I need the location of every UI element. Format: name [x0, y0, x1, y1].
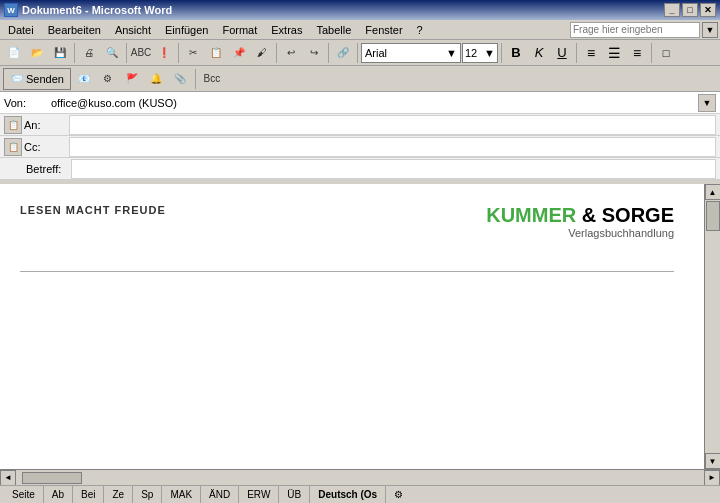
status-erw: ERW	[239, 486, 279, 503]
format-painter[interactable]: 🖌	[251, 42, 273, 64]
status-language[interactable]: Deutsch (Os	[310, 486, 386, 503]
window-title: Dokument6 - Microsoft Word	[22, 4, 172, 16]
sep8	[576, 43, 577, 63]
size-value: 12	[465, 47, 477, 59]
cc-row: 📋 Cc:	[0, 136, 720, 158]
undo-button[interactable]: ↩	[280, 42, 302, 64]
menu-bearbeiten[interactable]: Bearbeiten	[42, 23, 107, 37]
sep7	[501, 43, 502, 63]
main-toolbar: 📄 📂 💾 🖨 🔍 ABC ❗ ✂ 📋 📌 🖌 ↩ ↪ 🔗 Arial ▼	[0, 40, 720, 66]
window-controls: _ □ ✕	[664, 3, 716, 17]
menu-einfuegen[interactable]: Einfügen	[159, 23, 214, 37]
document-wrapper: LESEN MACHT FREUDE KUMMER & SORGE Verlag…	[0, 182, 720, 469]
status-aend: ÄND	[201, 486, 239, 503]
von-row: Von: office@kuso.com (KUSO) ▼	[0, 92, 720, 114]
bcc-label: Bcc	[204, 73, 221, 84]
horizontal-scrollbar: ◄ ►	[0, 469, 720, 485]
preview-button[interactable]: 🔍	[101, 42, 123, 64]
menu-format[interactable]: Format	[216, 23, 263, 37]
scroll-right-button[interactable]: ►	[704, 470, 720, 486]
size-selector[interactable]: 12 ▼	[462, 43, 498, 63]
menu-help[interactable]: ?	[411, 23, 429, 37]
status-bar: Seite Ab Bei Ze Sp MAK ÄND ERW	[0, 485, 720, 503]
cc-label: Cc:	[24, 141, 69, 153]
scroll-down-button[interactable]: ▼	[705, 453, 721, 469]
copy-button[interactable]: 📋	[205, 42, 227, 64]
letterhead-divider	[20, 271, 674, 272]
search-input[interactable]	[570, 22, 700, 38]
scroll-up-button[interactable]: ▲	[705, 184, 721, 200]
sep9	[651, 43, 652, 63]
sep6	[357, 43, 358, 63]
an-input[interactable]	[69, 115, 716, 135]
hyperlink-button[interactable]: 🔗	[332, 42, 354, 64]
scroll-thumb-h[interactable]	[22, 472, 82, 484]
menu-bar: Datei Bearbeiten Ansicht Einfügen Format…	[0, 20, 720, 40]
font-dropdown-arrow: ▼	[446, 47, 457, 59]
spell-button[interactable]: ABC	[130, 42, 152, 64]
font-selector[interactable]: Arial ▼	[361, 43, 461, 63]
status-icon-symbol: ⚙	[394, 489, 403, 500]
esep1	[195, 69, 196, 89]
letterhead-right: KUMMER & SORGE Verlagsbuchhandlung	[486, 204, 674, 239]
align-center-button[interactable]: ☰	[603, 42, 625, 64]
betreff-row: Betreff:	[0, 158, 720, 180]
align-left-button[interactable]: ≡	[580, 42, 602, 64]
bullets-button[interactable]: ≡	[626, 42, 648, 64]
scroll-track-h	[16, 470, 704, 485]
menu-extras[interactable]: Extras	[265, 23, 308, 37]
italic-button[interactable]: K	[528, 42, 550, 64]
status-ze-label: Ze	[112, 489, 124, 500]
cc-icon[interactable]: 📋	[4, 138, 22, 156]
flag-button[interactable]: ❗	[153, 42, 175, 64]
scroll-left-button[interactable]: ◄	[0, 470, 16, 486]
von-label: Von:	[4, 97, 49, 109]
send-button[interactable]: 📨 Senden	[3, 68, 71, 90]
window: W Dokument6 - Microsoft Word _ □ ✕ Datei…	[0, 0, 720, 503]
menu-fenster[interactable]: Fenster	[359, 23, 408, 37]
document-area[interactable]: LESEN MACHT FREUDE KUMMER & SORGE Verlag…	[0, 184, 704, 469]
followup-icon[interactable]: 🔔	[145, 68, 167, 90]
status-mak-label: MAK	[170, 489, 192, 500]
cc-input[interactable]	[69, 137, 716, 157]
underline-button[interactable]: U	[551, 42, 573, 64]
scroll-thumb-v[interactable]	[706, 201, 720, 231]
sep3	[178, 43, 179, 63]
status-seite-label: Seite	[12, 489, 35, 500]
more-button[interactable]: □	[655, 42, 677, 64]
cut-button[interactable]: ✂	[182, 42, 204, 64]
email-fields: Von: office@kuso.com (KUSO) ▼ 📋 An: 📋 Cc…	[0, 92, 720, 182]
betreff-input[interactable]	[71, 159, 716, 179]
menu-datei[interactable]: Datei	[2, 23, 40, 37]
status-ab: Ab	[44, 486, 73, 503]
an-row: 📋 An:	[0, 114, 720, 136]
status-bei-label: Bei	[81, 489, 95, 500]
email-options[interactable]: ⚙	[97, 68, 119, 90]
an-icon[interactable]: 📋	[4, 116, 22, 134]
bold-button[interactable]: B	[505, 42, 527, 64]
new-button[interactable]: 📄	[3, 42, 25, 64]
attach-icon[interactable]: 📎	[169, 68, 191, 90]
status-mak: MAK	[162, 486, 201, 503]
maximize-button[interactable]: □	[682, 3, 698, 17]
status-sp-label: Sp	[141, 489, 153, 500]
status-icon: ⚙	[386, 486, 411, 503]
print-button[interactable]: 🖨	[78, 42, 100, 64]
menu-ansicht[interactable]: Ansicht	[109, 23, 157, 37]
paste-button[interactable]: 📌	[228, 42, 250, 64]
minimize-button[interactable]: _	[664, 3, 680, 17]
save-button[interactable]: 💾	[49, 42, 71, 64]
close-button[interactable]: ✕	[700, 3, 716, 17]
bcc-button[interactable]: Bcc	[200, 68, 222, 90]
redo-button[interactable]: ↪	[303, 42, 325, 64]
flag-icon[interactable]: 🚩	[121, 68, 143, 90]
search-button[interactable]: ▼	[702, 22, 718, 38]
scroll-track-v	[705, 200, 720, 453]
email-icon1[interactable]: 📧	[73, 68, 95, 90]
company-name-kummer: KUMMER	[486, 204, 576, 226]
open-button[interactable]: 📂	[26, 42, 48, 64]
company-name-sorge: & SORGE	[582, 204, 674, 226]
menu-tabelle[interactable]: Tabelle	[310, 23, 357, 37]
von-dropdown[interactable]: ▼	[698, 94, 716, 112]
status-seite: Seite	[4, 486, 44, 503]
